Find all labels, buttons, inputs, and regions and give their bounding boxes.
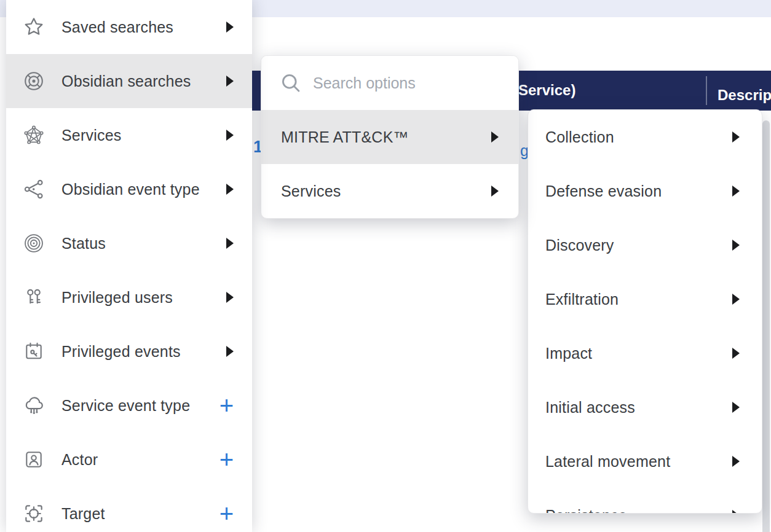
menu-item-label: Lateral movement (545, 453, 724, 471)
menu-item-label: Status (61, 235, 218, 252)
menu-item-collection[interactable]: Collection (528, 110, 762, 164)
menu-item-exfiltration[interactable]: Exfiltration (528, 272, 762, 326)
submenu-arrow-icon (226, 184, 234, 195)
menu-item-mitre-attack[interactable]: MITRE ATT&CK™ (261, 110, 518, 164)
menu-item-label: Saved searches (61, 18, 218, 36)
menu-item-services[interactable]: Services (6, 108, 252, 162)
submenu-arrow-icon (732, 510, 740, 514)
column-divider (706, 76, 707, 105)
obsidian-dial-icon (22, 69, 45, 93)
column-header-description: Descrip (718, 87, 771, 104)
menu-item-label: Obsidian searches (61, 72, 218, 90)
scrollbar[interactable] (762, 120, 770, 532)
menu-item-obsidian-event-type[interactable]: Obsidian event type (6, 162, 252, 216)
menu-item-label: Services (281, 182, 483, 200)
menu-item-privileged-users[interactable]: Privileged users (6, 270, 252, 324)
submenu-arrow-icon (732, 402, 740, 413)
add-icon[interactable]: + (219, 394, 234, 417)
menu-item-label: Persistence (545, 507, 724, 514)
target-crosshair-icon (22, 502, 45, 525)
menu-item-label: Impact (545, 345, 724, 362)
menu-item-saved-searches[interactable]: Saved searches (6, 0, 252, 54)
menu-item-status[interactable]: Status (6, 216, 252, 270)
menu-item-actor[interactable]: Actor + (6, 432, 252, 487)
star-icon (22, 15, 45, 39)
menu-item-target[interactable]: Target + (6, 487, 252, 532)
submenu-arrow-icon (226, 292, 234, 303)
menu-item-label: Service event type (61, 397, 211, 415)
menu-item-label: Privileged users (61, 289, 218, 307)
menu-item-label: Initial access (545, 399, 724, 417)
menu-item-impact[interactable]: Impact (528, 326, 762, 380)
menu-item-lateral-movement[interactable]: Lateral movement (528, 434, 762, 488)
event-type-nodes-icon (22, 178, 45, 201)
column-header-service: Service) (518, 82, 575, 99)
submenu-arrow-icon (226, 346, 234, 357)
submenu-arrow-icon (226, 22, 234, 33)
search-icon (280, 72, 302, 94)
actor-badge-icon (22, 448, 45, 471)
menu-item-label: Target (61, 505, 211, 523)
menu-item-defense-evasion[interactable]: Defense evasion (528, 164, 762, 218)
menu-item-initial-access[interactable]: Initial access (528, 380, 762, 434)
add-icon[interactable]: + (219, 502, 234, 525)
status-rings-icon (22, 232, 45, 255)
menu-item-service-event-type[interactable]: Service event type + (6, 378, 252, 432)
menu-item-label: Actor (61, 451, 211, 469)
add-icon[interactable]: + (219, 448, 234, 471)
menu-item-label: Discovery (545, 237, 724, 254)
obsidian-searches-submenu: MITRE ATT&CK™ Services (261, 55, 519, 219)
submenu-arrow-icon (732, 348, 740, 359)
menu-item-persistence[interactable]: Persistence (528, 488, 762, 514)
services-network-icon (22, 123, 45, 147)
menu-item-obsidian-searches[interactable]: Obsidian searches (6, 54, 252, 108)
search-input[interactable] (313, 74, 511, 92)
menu-item-label: Obsidian event type (61, 181, 218, 198)
search-row[interactable] (261, 56, 518, 110)
submenu-arrow-icon (732, 131, 740, 143)
menu-item-privileged-events[interactable]: Privileged events (6, 324, 252, 378)
submenu-arrow-icon (491, 186, 499, 197)
cloud-service-icon (22, 394, 45, 417)
mitre-attack-submenu: Collection Defense evasion Discovery Exf… (528, 109, 762, 514)
submenu-arrow-icon (732, 240, 740, 251)
submenu-arrow-icon (732, 186, 740, 197)
filter-field-menu: Saved searches Obsidian searches Service… (6, 0, 252, 532)
menu-item-label: Collection (545, 128, 724, 146)
keys-icon (22, 286, 45, 309)
menu-item-label: Defense evasion (545, 182, 724, 200)
submenu-arrow-icon (226, 76, 234, 87)
submenu-arrow-icon (226, 130, 234, 141)
menu-item-label: Privileged events (61, 343, 218, 361)
submenu-arrow-icon (732, 456, 740, 467)
menu-item-services-submenu[interactable]: Services (261, 164, 518, 218)
submenu-arrow-icon (732, 294, 740, 305)
submenu-arrow-icon (491, 131, 499, 143)
menu-item-discovery[interactable]: Discovery (528, 218, 762, 272)
submenu-arrow-icon (226, 238, 234, 249)
menu-item-label: MITRE ATT&CK™ (281, 128, 483, 146)
privileged-calendar-icon (22, 340, 45, 363)
menu-item-label: Exfiltration (545, 291, 724, 308)
menu-item-label: Services (61, 127, 218, 144)
